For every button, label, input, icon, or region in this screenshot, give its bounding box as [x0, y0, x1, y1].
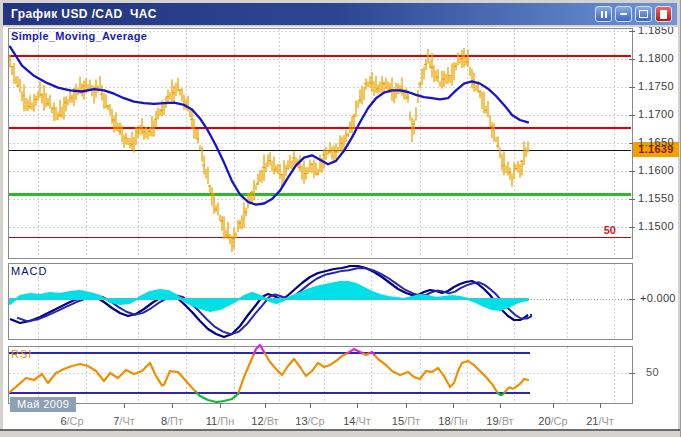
macd-axis-label: +0.000: [640, 292, 676, 304]
chart-area: Simple_Moving_Average MACD RSI +0.000 50…: [0, 27, 681, 437]
price-tick-label: 1.1550: [638, 192, 674, 204]
date-tick-label: 13/Ср: [288, 415, 332, 427]
price-tick-label: 1.1850: [638, 27, 674, 36]
window-title: График USD /CAD ЧАС: [3, 7, 157, 21]
window-controls: ✕: [595, 6, 672, 22]
chart-canvas: [0, 27, 681, 437]
date-tick-label: 7/Чт: [102, 415, 146, 427]
date-tick-label: 6/Ср: [50, 415, 94, 427]
month-label: Май 2009: [10, 397, 76, 412]
rsi-indicator-label: RSI: [11, 348, 32, 360]
date-tick-label: 20/Ср: [531, 415, 575, 427]
date-tick-label: 21/Чт: [578, 415, 622, 427]
price-tick-label: 1.1600: [638, 164, 674, 176]
maximize-button[interactable]: [635, 6, 652, 22]
date-tick-label: 8/Пт: [150, 415, 194, 427]
collapse-button[interactable]: [595, 6, 612, 22]
sma-indicator-label: Simple_Moving_Average: [11, 30, 147, 42]
close-button[interactable]: ✕: [655, 6, 672, 22]
price-tick-label: 1.1750: [638, 80, 674, 92]
minimize-button[interactable]: [615, 6, 632, 22]
rsi-axis-label: 50: [646, 366, 659, 378]
price-tick-label: 1.1500: [638, 220, 674, 232]
date-tick-label: 19/Вт: [478, 415, 522, 427]
fib-50-label: 50: [586, 224, 616, 236]
title-bar[interactable]: График USD /CAD ЧАС ✕: [3, 3, 677, 25]
price-tick-label: 1.1800: [638, 52, 674, 64]
chart-window: График USD /CAD ЧАС ✕ Simple_Moving_Aver…: [0, 0, 681, 437]
date-tick-label: 18/Пн: [431, 415, 475, 427]
date-tick-label: 15/Пт: [384, 415, 428, 427]
price-tick-label: 1.1700: [638, 108, 674, 120]
date-tick-label: 11/Пн: [198, 415, 242, 427]
price-tick-label: 1.1650: [638, 136, 674, 148]
macd-indicator-label: MACD: [11, 265, 47, 277]
date-tick-label: 12/Вт: [243, 415, 287, 427]
date-tick-label: 14/Чт: [335, 415, 379, 427]
